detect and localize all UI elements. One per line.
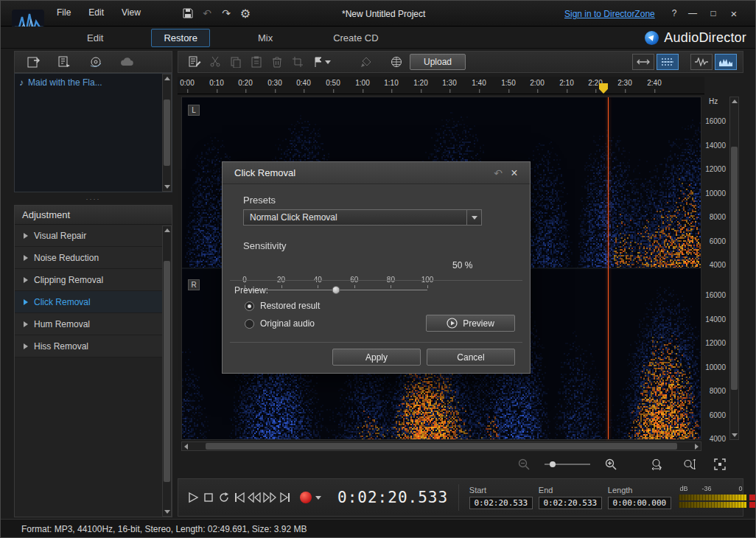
adjustment-scrollbar[interactable] <box>162 226 172 517</box>
tab-mix[interactable]: Mix <box>245 29 285 47</box>
zoom-horizontal-icon[interactable] <box>648 455 668 473</box>
marker-edit-icon[interactable] <box>184 53 205 71</box>
redo-icon[interactable]: ↷ <box>217 5 235 21</box>
trim-icon[interactable] <box>287 53 308 71</box>
adjustment-item-click-removal[interactable]: Click Removal <box>15 291 172 313</box>
timeline-ruler[interactable]: 0:00 0:10 0:20 0:30 0:40 0:50 1:00 1:10 … <box>178 77 704 94</box>
record-control[interactable] <box>300 492 321 503</box>
scroll-right-icon[interactable] <box>693 442 701 450</box>
rewind-button[interactable] <box>247 487 262 508</box>
menu-view[interactable]: View <box>113 5 150 20</box>
maximize-button[interactable]: □ <box>705 7 721 20</box>
paste-icon[interactable] <box>246 53 267 71</box>
original-audio-option[interactable]: Original audio <box>245 318 315 329</box>
scroll-down-icon[interactable] <box>163 183 171 191</box>
horizontal-scrollbar-thumb[interactable] <box>206 443 677 450</box>
library-scrollbar[interactable] <box>162 74 172 192</box>
stop-button[interactable] <box>201 487 217 508</box>
zoom-in-icon[interactable] <box>601 455 621 473</box>
menu-edit[interactable]: Edit <box>80 5 113 20</box>
close-button[interactable]: × <box>726 7 742 20</box>
start-value[interactable]: 0:02:20.533 <box>469 497 533 509</box>
adjustment-item-noise-reduction[interactable]: Noise Reduction <box>15 247 172 269</box>
radio-original-audio[interactable] <box>245 319 254 329</box>
import-media-icon[interactable] <box>24 53 44 71</box>
marker-dropdown[interactable] <box>308 53 336 71</box>
cloud-icon[interactable] <box>116 53 137 71</box>
save-icon[interactable] <box>179 5 197 21</box>
loop-button[interactable] <box>217 487 232 508</box>
sensitivity-slider[interactable]: 0 20 40 60 80 100 <box>245 276 427 295</box>
tab-restore[interactable]: Restore <box>151 29 210 47</box>
dropdown-arrow-icon[interactable] <box>466 210 481 225</box>
cancel-button[interactable]: Cancel <box>427 349 515 366</box>
preview-section-label: Preview: <box>234 285 268 296</box>
clip-markers-view-button[interactable] <box>657 54 679 70</box>
horizontal-scrollbar[interactable] <box>181 441 701 451</box>
scroll-left-icon[interactable] <box>182 442 190 450</box>
undo-icon[interactable]: ↶ <box>198 5 216 21</box>
tab-edit[interactable]: Edit <box>74 29 116 47</box>
library-item-audio-clip[interactable]: ♪ Maid with the Fla... <box>15 74 172 91</box>
record-options-caret-icon[interactable] <box>315 496 321 500</box>
produce-disc-icon[interactable] <box>85 53 106 71</box>
time-tick: 1:20 <box>413 79 427 87</box>
export-file-icon[interactable] <box>55 53 75 71</box>
adjust-brush-icon[interactable] <box>355 53 376 71</box>
dialog-close-icon[interactable]: × <box>506 166 522 181</box>
zoom-out-icon[interactable] <box>514 455 534 473</box>
record-button[interactable] <box>300 492 312 503</box>
preset-dropdown[interactable]: Normal Click Removal <box>243 209 482 226</box>
zoom-slider[interactable] <box>545 460 590 469</box>
copy-icon[interactable] <box>225 53 246 71</box>
menu-file[interactable]: File <box>48 5 80 20</box>
scroll-up-icon[interactable] <box>730 97 738 105</box>
dialog-title-bar[interactable]: Click Removal ↶ × <box>223 162 530 184</box>
scroll-down-icon[interactable] <box>730 431 738 439</box>
playhead-marker[interactable] <box>599 83 608 94</box>
clip-stretch-view-button[interactable] <box>632 54 654 70</box>
tab-create-cd[interactable]: Create CD <box>321 29 391 47</box>
adjustment-item-hiss-removal[interactable]: Hiss Removal <box>15 335 172 357</box>
end-value[interactable]: 0:02:20.533 <box>539 497 602 509</box>
fit-to-window-icon[interactable] <box>710 455 730 473</box>
minimize-button[interactable]: — <box>685 7 701 20</box>
signin-link[interactable]: Sign in to DirectorZone <box>564 9 655 19</box>
zoom-vertical-icon[interactable] <box>679 455 699 473</box>
freq-tick: 8000 <box>701 214 726 221</box>
reset-defaults-icon[interactable]: ↶ <box>490 166 506 181</box>
go-to-start-button[interactable] <box>231 487 247 508</box>
directorzone-globe-icon[interactable] <box>386 53 407 71</box>
spectral-view-button[interactable] <box>715 54 737 70</box>
apply-button[interactable]: Apply <box>332 349 421 366</box>
adjustment-item-clipping-removal[interactable]: Clipping Removal <box>15 269 172 291</box>
playhead-line[interactable] <box>608 97 609 439</box>
upload-button[interactable]: Upload <box>410 54 466 70</box>
scroll-up-icon[interactable] <box>163 226 171 234</box>
play-button[interactable] <box>186 487 201 508</box>
vertical-scrollbar[interactable] <box>729 97 739 440</box>
adjustment-scrollbar-thumb[interactable] <box>164 261 170 482</box>
time-tick: 1:00 <box>355 79 369 87</box>
preview-button[interactable]: Preview <box>426 315 515 332</box>
library-scrollbar-thumb[interactable] <box>164 99 170 166</box>
vertical-scrollbar-thumb[interactable] <box>731 147 738 390</box>
panel-splitter-handle[interactable]: ···· <box>14 195 172 203</box>
go-to-end-button[interactable] <box>278 487 293 508</box>
scroll-up-icon[interactable] <box>163 74 171 83</box>
fast-forward-button[interactable] <box>262 487 278 508</box>
help-button[interactable]: ? <box>666 7 682 20</box>
settings-gear-icon[interactable]: ⚙ <box>237 5 254 21</box>
cut-icon[interactable] <box>205 53 225 71</box>
length-value[interactable]: 0:00:00.000 <box>608 497 671 509</box>
delete-icon[interactable] <box>267 53 287 71</box>
adjustment-item-visual-repair[interactable]: Visual Repair <box>15 225 172 247</box>
restored-result-option[interactable]: Restored result <box>245 301 320 311</box>
scroll-down-icon[interactable] <box>163 508 171 516</box>
adjustment-item-hum-removal[interactable]: Hum Removal <box>15 313 172 335</box>
transport-bar: 0:02:20.533 Start 0:02:20.533 End 0:02:2… <box>178 478 743 517</box>
slider-thumb[interactable] <box>332 286 340 294</box>
zoom-slider-thumb[interactable] <box>550 461 556 467</box>
radio-restored-result[interactable] <box>245 301 254 311</box>
waveform-view-button[interactable] <box>690 54 713 70</box>
